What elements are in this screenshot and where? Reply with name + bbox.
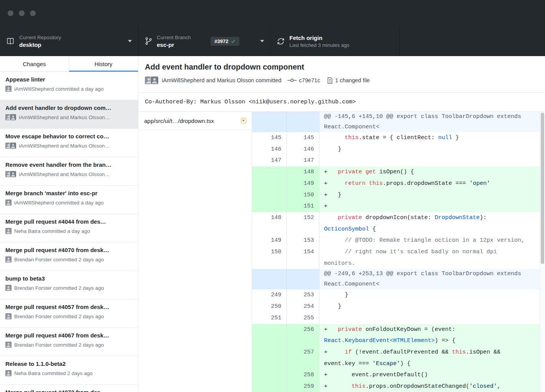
commit-item-meta-text: iAmWillShepherd and Markus Olsson…	[19, 171, 110, 177]
diff-line: 151+	[252, 201, 545, 212]
code-token: ):	[480, 214, 490, 221]
diff-old-line-number: 249	[252, 289, 287, 301]
code-token: this	[345, 135, 359, 141]
commit-item-meta-text: Brendan Forster committed 2 days ago	[14, 257, 104, 262]
code-token	[366, 180, 369, 187]
code-token: private	[338, 326, 362, 333]
commit-header: Add event handler to dropdown component …	[139, 56, 545, 92]
diff-new-line-number: 259	[287, 381, 319, 392]
diff-new-line-number: 146	[287, 144, 319, 155]
diff-line: 258+ event.preventDefault()	[252, 369, 545, 381]
code-token: // @TODO: Remake triangle octicon in a 1…	[345, 237, 525, 244]
commit-item-meta-text: iAmWillShepherd committed a day ago	[14, 200, 104, 206]
diff-line: 257+ if (!event.defaultPrevented && this…	[252, 347, 545, 369]
code-token: private	[338, 169, 362, 175]
scrollbar-track[interactable]	[540, 112, 545, 392]
diff-code: + if (!event.defaultPrevented && this.is…	[319, 347, 545, 369]
diff-marker: +	[324, 180, 331, 187]
current-branch-value: esc-pr	[157, 42, 202, 48]
diff-new-line-number: 145	[287, 132, 319, 144]
commit-list-item[interactable]: Appease linteriAmWillShepherd committed …	[0, 72, 138, 100]
commit-item-meta: iAmWillShepherd committed a day ago	[5, 86, 133, 92]
code-token: this	[452, 349, 466, 355]
file-list: app/src/ui/t…/dropdown.tsx	[139, 112, 252, 130]
diff-new-line-number: 147	[287, 155, 319, 166]
diff-code: + }	[319, 189, 545, 201]
commit-list-item[interactable]: Merge pull request #4072 from des…	[0, 385, 138, 392]
avatar	[10, 143, 16, 149]
code-token: if	[345, 349, 352, 355]
avatar	[10, 171, 16, 177]
commit-item-title: Add event handler to dropdown com…	[5, 105, 133, 111]
changed-file-item[interactable]: app/src/ui/t…/dropdown.tsx	[139, 112, 252, 130]
tab-changes[interactable]: Changes	[0, 56, 69, 71]
commit-list-item[interactable]: Merge pull request #4057 from desk…Brend…	[0, 299, 138, 328]
fetch-origin-button[interactable]: Fetch origin Last fetched 3 minutes ago	[271, 26, 400, 56]
author-avatars	[145, 76, 158, 84]
diff-line: 148+ private get isOpen() {	[252, 166, 545, 178]
diff-code: }	[319, 144, 545, 155]
code-token: isOpen() {	[376, 169, 414, 175]
commit-item-title: Merge pull request #4044 from des…	[5, 218, 133, 225]
commit-item-title: Merge pull request #4070 from desk…	[5, 247, 133, 253]
avatar	[5, 228, 12, 234]
commit-list-item[interactable]: Merge branch 'master' into esc-priAmWill…	[0, 186, 138, 214]
diff-old-line-number: 150	[252, 246, 287, 269]
commit-list-item[interactable]: Merge pull request #4044 from des…Neha B…	[0, 214, 138, 243]
diff-marker: +	[324, 169, 331, 175]
commit-authors: iAmWillShepherd and Markus Olsson commit…	[162, 77, 281, 83]
commit-list-item[interactable]: Merge pull request #4070 from desk…Brend…	[0, 243, 138, 271]
minimize-button[interactable]	[19, 10, 25, 16]
current-repository-button[interactable]: Current Repository desktop	[0, 26, 138, 56]
commit-item-avatars	[5, 86, 12, 92]
fetch-origin-sub: Last fetched 3 minutes ago	[289, 42, 349, 48]
diff-code	[319, 312, 545, 324]
code-token: private	[338, 214, 362, 221]
current-repository-label: Current Repository	[19, 35, 61, 40]
commit-item-meta: Brendan Forster committed 2 days ago	[5, 256, 133, 262]
diff-code: private dropdownIcon(state: DropdownStat…	[319, 212, 545, 235]
github-desktop-window: Current Repository desktop Current Branc…	[0, 0, 545, 392]
diff-code: // @TODO: Remake triangle octicon in a 1…	[319, 235, 545, 246]
code-token: get	[366, 169, 376, 175]
commit-list-item[interactable]: Remove event handler from the bran…iAmWi…	[0, 157, 138, 186]
diff-line: 256+ private onFoldoutKeyDown = (event: …	[252, 324, 545, 347]
pr-number-badge: #3972	[211, 37, 239, 46]
current-branch-label: Current Branch	[157, 35, 202, 40]
commit-item-title: Merge pull request #4067 from desk…	[5, 332, 133, 339]
commit-item-avatars	[5, 114, 16, 120]
commit-list-item[interactable]: Move escape behavior to correct co…iAmWi…	[0, 129, 138, 157]
diff-new-line-number: 150	[287, 189, 319, 201]
diff-old-line-number	[252, 201, 287, 212]
code-token: // right now it's scaled badly on normal…	[324, 249, 500, 267]
toolbar: Current Repository desktop Current Branc…	[0, 26, 545, 56]
diff-code: // right now it's scaled badly on normal…	[319, 246, 545, 269]
commit-item-meta: Brendan Forster committed 2 days ago	[5, 313, 133, 319]
commit-list-item[interactable]: Release to 1.1.0-beta2Neha Batra committ…	[0, 356, 138, 385]
code-token: React.KeyboardEvent<HTMLElement>	[324, 337, 435, 344]
chevron-down-icon	[260, 40, 264, 42]
scrollbar-thumb[interactable]	[541, 113, 544, 264]
diff-old-line-number: 147	[252, 155, 287, 166]
tab-history[interactable]: History	[69, 56, 138, 71]
code-token	[331, 249, 345, 255]
diff-line: 249253 }	[252, 289, 545, 301]
code-token	[362, 169, 366, 175]
current-branch-button[interactable]: Current Branch esc-pr #3972	[138, 26, 271, 56]
commit-list-item[interactable]: bump to beta3Brendan Forster committed 2…	[0, 271, 138, 299]
diff-marker	[324, 303, 331, 310]
diff-line: 146146 }	[252, 144, 545, 155]
diff-rows: @@ -145,6 +145,10 @@ export class Toolba…	[252, 112, 545, 392]
code-token: null	[438, 135, 452, 141]
commit-list-item[interactable]: Merge pull request #4067 from desk…Brend…	[0, 328, 138, 356]
title-bar	[0, 0, 545, 26]
diff-new-line-number: 148	[287, 166, 319, 178]
close-button[interactable]	[8, 10, 13, 16]
zoom-button[interactable]	[30, 10, 36, 16]
diff-old-line-number	[252, 381, 287, 392]
commit-list-item[interactable]: Add event handler to dropdown com…iAmWil…	[0, 100, 138, 129]
fetch-origin-label: Fetch origin	[289, 35, 349, 41]
diff-hunk-gutter	[252, 269, 319, 289]
diff-marker	[324, 214, 331, 221]
diff-new-line-number: 149	[287, 178, 319, 189]
